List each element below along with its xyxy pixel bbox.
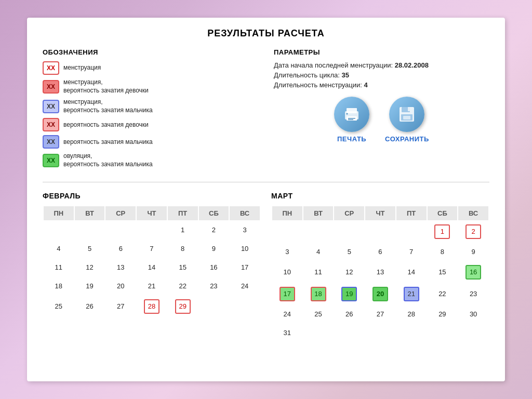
february-title: ФЕВРАЛЬ: [43, 192, 261, 200]
feb-28: 28: [144, 299, 159, 314]
legend-text-2: менструация,вероятность зачатия девочки: [63, 78, 149, 95]
mar-18: 18: [311, 287, 326, 301]
table-row: 1 2 3: [44, 221, 260, 239]
mar-col-mon: ПН: [272, 206, 302, 220]
calendars-row: ФЕВРАЛЬ ПН ВТ СР ЧТ ПТ СБ ВС: [43, 192, 489, 343]
svg-rect-1: [347, 108, 357, 113]
table-row: 18 19 20 21 22 23 24: [44, 277, 260, 295]
mar-col-sun: ВС: [458, 206, 488, 220]
mar-1: 1: [434, 224, 450, 239]
mar-2: 2: [466, 224, 481, 239]
param-duration-label: Длительность менструации:: [274, 81, 362, 89]
legend-box-boy: ХХ: [43, 135, 59, 149]
mar-col-tue: ВТ: [303, 206, 334, 220]
mar-21: 21: [404, 287, 419, 301]
mar-col-thu: ЧТ: [365, 206, 395, 220]
print-label: ПЕЧАТЬ: [337, 135, 366, 143]
feb-29: 29: [175, 299, 191, 314]
mar-col-wed: СР: [334, 206, 364, 220]
svg-rect-3: [348, 118, 355, 119]
svg-point-5: [347, 113, 348, 115]
legend-box-boy-mens: ХХ: [43, 100, 59, 113]
table-row: 11 12 13 14 15 16 17: [44, 259, 260, 276]
top-section: ОБОЗНАЧЕНИЯ ХХ менструация ХХ менструаци…: [43, 48, 489, 172]
print-icon-circle: [334, 97, 369, 132]
legend-text-1: менструация: [63, 64, 101, 72]
february-table: ПН ВТ СР ЧТ ПТ СБ ВС 1: [43, 205, 261, 318]
svg-rect-8: [408, 107, 410, 111]
table-row: 10 11 12 13 14 15 16: [272, 262, 488, 283]
legend-box-menstruation: ХХ: [43, 61, 59, 75]
table-row: 25 26 27 28 29: [44, 296, 260, 317]
feb-col-sun: ВС: [230, 206, 260, 220]
svg-rect-4: [348, 119, 353, 121]
page-title: РЕЗУЛЬТАТЫ РАСЧЕТА: [43, 28, 489, 39]
legend-text-6: овуляция,вероятность зачатия мальчика: [63, 152, 153, 168]
print-button[interactable]: ПЕЧАТЬ: [334, 97, 369, 143]
march-calendar: МАРТ ПН ВТ СР ЧТ ПТ СБ ВС: [271, 192, 489, 343]
legend-item-2: ХХ менструация,вероятность зачатия девоч…: [43, 78, 258, 95]
mar-col-fri: ПТ: [396, 206, 427, 220]
mar-col-sat: СБ: [428, 206, 458, 220]
legend-text-4: вероятность зачатия девочки: [63, 121, 149, 129]
legend-item-3: ХХ менструация,вероятность зачатия мальч…: [43, 98, 258, 114]
feb-col-mon: ПН: [44, 206, 74, 220]
legend-box-girl: ХХ: [43, 118, 59, 131]
params-title: ПАРАМЕТРЫ: [274, 48, 489, 56]
legend-text-5: вероятность зачатия мальчика: [63, 138, 153, 147]
table-row: 1 2: [272, 221, 488, 242]
save-icon-circle: [389, 97, 424, 132]
table-row: 31: [272, 324, 488, 342]
legend-section: ОБОЗНАЧЕНИЯ ХХ менструация ХХ менструаци…: [43, 48, 258, 172]
mar-17: 17: [280, 287, 295, 301]
february-calendar: ФЕВРАЛЬ ПН ВТ СР ЧТ ПТ СБ ВС: [43, 192, 261, 343]
table-row: 17 18 19 20 21 22 23: [272, 284, 488, 304]
param-cycle-label: Длительность цикла:: [274, 71, 340, 79]
legend-title: ОБОЗНАЧЕНИЯ: [43, 48, 258, 56]
param-duration-value: 4: [364, 81, 368, 89]
mar-20: 20: [373, 287, 388, 301]
legend-item-6: ХХ овуляция,вероятность зачатия мальчика: [43, 152, 258, 168]
march-title: МАРТ: [271, 192, 489, 200]
mar-16: 16: [466, 265, 481, 280]
save-label: СОХРАНИТЬ: [385, 135, 429, 143]
legend-box-ovulation: ХХ: [43, 154, 59, 167]
feb-col-fri: ПТ: [168, 206, 198, 220]
divider: [43, 182, 489, 182]
param-cycle-row: Длительность цикла: 35: [274, 71, 489, 79]
table-row: 3 4 5 6 7 8 9: [272, 243, 488, 261]
feb-col-tue: ВТ: [75, 206, 105, 220]
param-date-label: Дата начала последней менструации:: [274, 61, 393, 69]
save-button[interactable]: СОХРАНИТЬ: [385, 97, 429, 143]
param-date-row: Дата начала последней менструации: 28.02…: [274, 61, 489, 69]
param-duration-row: Длительность менструации: 4: [274, 81, 489, 89]
table-row: 4 5 6 7 8 9 10: [44, 240, 260, 258]
feb-col-thu: ЧТ: [137, 206, 167, 220]
mar-19: 19: [341, 287, 357, 301]
legend-item-1: ХХ менструация: [43, 61, 258, 75]
param-cycle-value: 35: [341, 71, 349, 79]
legend-box-girl-mens: ХХ: [43, 80, 59, 94]
param-date-value: 28.02.2008: [395, 61, 429, 69]
feb-col-sat: СБ: [199, 206, 229, 220]
legend-text-3: менструация,вероятность зачатия мальчика: [63, 98, 153, 114]
legend-item-5: ХХ вероятность зачатия мальчика: [43, 135, 258, 149]
march-table: ПН ВТ СР ЧТ ПТ СБ ВС: [271, 205, 489, 343]
table-row: 24 25 26 27 28 29 30: [272, 305, 488, 323]
feb-col-wed: СР: [105, 206, 136, 220]
buttons-row: ПЕЧАТЬ СОХРАНИТЬ: [274, 97, 489, 143]
main-card: РЕЗУЛЬТАТЫ РАСЧЕТА ОБОЗНАЧЕНИЯ ХХ менстр…: [27, 18, 505, 381]
svg-rect-10: [403, 116, 410, 119]
params-section: ПАРАМЕТРЫ Дата начала последней менструа…: [274, 48, 489, 172]
legend-item-4: ХХ вероятность зачатия девочки: [43, 118, 258, 131]
